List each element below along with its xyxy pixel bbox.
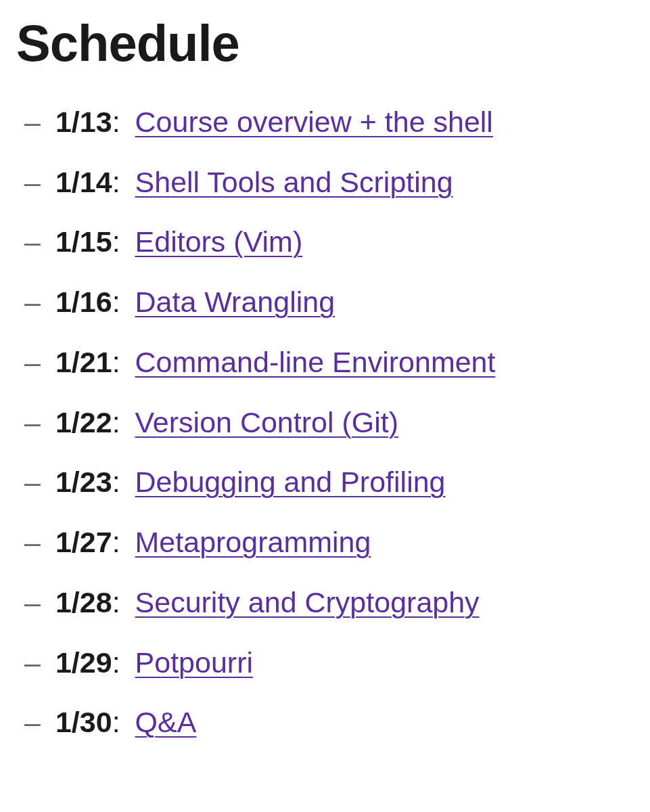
schedule-item: –1/28: Security and Cryptography <box>24 585 634 620</box>
schedule-link[interactable]: Debugging and Profiling <box>135 466 446 498</box>
colon-separator: : <box>112 225 129 258</box>
schedule-list: –1/13: Course overview + the shell–1/14:… <box>16 105 634 740</box>
bullet-dash: – <box>24 165 41 200</box>
schedule-item-content: 1/23: Debugging and Profiling <box>55 465 446 499</box>
schedule-link[interactable]: Data Wrangling <box>135 286 335 318</box>
schedule-date: 1/13 <box>55 106 112 138</box>
bullet-dash: – <box>24 465 41 499</box>
schedule-item: –1/15: Editors (Vim) <box>24 225 634 259</box>
schedule-item-content: 1/27: Metaprogramming <box>55 525 371 560</box>
colon-separator: : <box>112 526 129 558</box>
schedule-link[interactable]: Command-line Environment <box>135 346 496 378</box>
schedule-link[interactable]: Security and Cryptography <box>135 586 480 618</box>
bullet-dash: – <box>24 705 41 740</box>
bullet-dash: – <box>24 285 41 319</box>
schedule-item: –1/23: Debugging and Profiling <box>24 465 634 499</box>
colon-separator: : <box>112 346 129 378</box>
schedule-link[interactable]: Course overview + the shell <box>135 106 493 138</box>
schedule-item-content: 1/21: Command-line Environment <box>55 345 496 380</box>
page-title: Schedule <box>16 14 634 72</box>
schedule-link[interactable]: Metaprogramming <box>135 526 371 558</box>
bullet-dash: – <box>24 105 41 139</box>
colon-separator: : <box>112 586 129 618</box>
schedule-item-content: 1/13: Course overview + the shell <box>55 105 493 139</box>
schedule-item-content: 1/28: Security and Cryptography <box>55 585 480 620</box>
schedule-item: –1/29: Potpourri <box>24 646 634 680</box>
schedule-link[interactable]: Version Control (Git) <box>135 406 399 438</box>
schedule-item-content: 1/30: Q&A <box>55 705 196 740</box>
schedule-link[interactable]: Potpourri <box>135 646 253 679</box>
schedule-date: 1/23 <box>55 466 112 498</box>
schedule-date: 1/15 <box>55 225 112 258</box>
schedule-link[interactable]: Shell Tools and Scripting <box>135 166 453 198</box>
schedule-item-content: 1/15: Editors (Vim) <box>55 225 302 259</box>
schedule-date: 1/28 <box>55 586 112 618</box>
schedule-item: –1/16: Data Wrangling <box>24 285 634 319</box>
bullet-dash: – <box>24 585 41 620</box>
schedule-date: 1/27 <box>55 526 112 558</box>
schedule-link[interactable]: Editors (Vim) <box>135 225 303 258</box>
schedule-item-content: 1/22: Version Control (Git) <box>55 405 398 440</box>
schedule-link[interactable]: Q&A <box>135 706 197 738</box>
schedule-item: –1/27: Metaprogramming <box>24 525 634 560</box>
schedule-date: 1/14 <box>55 166 112 198</box>
schedule-date: 1/16 <box>55 286 112 318</box>
schedule-item-content: 1/14: Shell Tools and Scripting <box>55 165 453 200</box>
bullet-dash: – <box>24 225 41 259</box>
colon-separator: : <box>112 106 129 138</box>
colon-separator: : <box>112 166 129 198</box>
schedule-item-content: 1/16: Data Wrangling <box>55 285 335 319</box>
colon-separator: : <box>112 406 129 438</box>
bullet-dash: – <box>24 345 41 380</box>
schedule-date: 1/21 <box>55 346 112 378</box>
schedule-item: –1/21: Command-line Environment <box>24 345 634 380</box>
schedule-date: 1/30 <box>55 706 112 738</box>
schedule-date: 1/22 <box>55 406 112 438</box>
schedule-date: 1/29 <box>55 646 112 679</box>
schedule-item: –1/22: Version Control (Git) <box>24 405 634 440</box>
colon-separator: : <box>112 646 129 679</box>
colon-separator: : <box>112 286 129 318</box>
schedule-item-content: 1/29: Potpourri <box>55 646 253 680</box>
colon-separator: : <box>112 706 129 738</box>
schedule-item: –1/30: Q&A <box>24 705 634 740</box>
schedule-item: –1/14: Shell Tools and Scripting <box>24 165 634 200</box>
bullet-dash: – <box>24 646 41 680</box>
bullet-dash: – <box>24 405 41 440</box>
colon-separator: : <box>112 466 129 498</box>
bullet-dash: – <box>24 525 41 560</box>
schedule-item: –1/13: Course overview + the shell <box>24 105 634 139</box>
